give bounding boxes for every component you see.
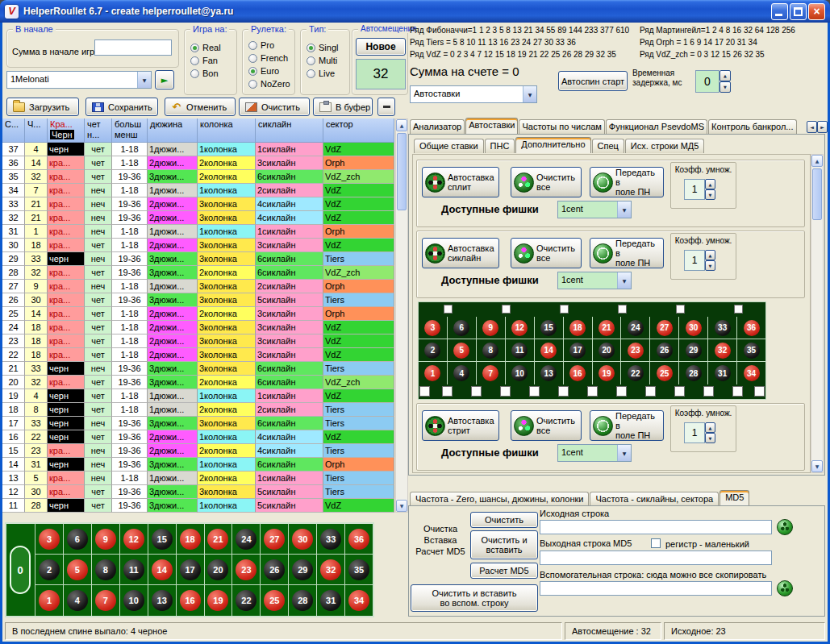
board-cell-7[interactable]: 7 — [92, 585, 120, 616]
tab-Общие ставки[interactable]: Общие ставки — [414, 139, 484, 153]
spin-up-icon[interactable]: ▲ — [705, 250, 715, 260]
bet-checkbox-top-5[interactable] — [734, 305, 743, 314]
history-row[interactable]: 2133черннеч19-363дюжи...3колонка6сиклайн… — [2, 362, 395, 376]
start-sum-input[interactable] — [94, 39, 172, 56]
history-row[interactable]: 2218кра...чет1-182дюжи...3колонка3сиклай… — [2, 348, 395, 362]
board-cell-1[interactable]: 1 — [35, 585, 64, 616]
board-cell-7[interactable]: 7 — [477, 362, 506, 384]
md5-clear-insert-button[interactable]: Очистить и вставить — [470, 530, 538, 559]
board-cell-12[interactable]: 12 — [120, 524, 148, 555]
clear-button[interactable]: Очистить — [239, 98, 310, 116]
bet-checkbox-bottom-9[interactable] — [674, 386, 685, 397]
close-button[interactable]: × — [808, 3, 825, 20]
board-cell-25[interactable]: 25 — [650, 362, 679, 384]
radio-option-Multi[interactable]: Multi — [302, 54, 348, 67]
board-cell-5[interactable]: 5 — [448, 339, 477, 362]
board-cell-36[interactable]: 36 — [345, 524, 373, 555]
board-cell-21[interactable]: 21 — [593, 317, 622, 339]
column-header-8[interactable]: сектор — [323, 118, 394, 143]
column-header-1[interactable]: Ч... — [25, 118, 48, 143]
spin-down-icon[interactable]: ▼ — [705, 260, 715, 271]
board-cell-6[interactable]: 6 — [448, 317, 477, 339]
board-cell-19[interactable]: 19 — [205, 585, 233, 616]
bet-checkbox-bottom-2[interactable] — [471, 386, 482, 397]
column-header-3[interactable]: четн... — [85, 118, 112, 143]
maximize-button[interactable] — [790, 3, 807, 20]
autobet-street-button[interactable]: Автоставка стрит — [422, 410, 499, 441]
tab-Контроль банкрол...[interactable]: Контроль банкрол... — [708, 119, 796, 134]
minimize-button[interactable] — [771, 3, 788, 20]
board-cell-27[interactable]: 27 — [261, 524, 289, 555]
bet-checkbox-bottom-6[interactable] — [587, 386, 598, 397]
buffer-button[interactable]: В буфер — [313, 98, 373, 116]
clear-all-button[interactable]: Очистить все — [511, 238, 582, 268]
clear-all-button[interactable]: Очистить все — [511, 167, 582, 197]
history-row[interactable]: 3614кра...чет1-182дюжи...2колонка3сиклай… — [2, 156, 395, 170]
board-cell-6[interactable]: 6 — [64, 524, 92, 555]
title-bar[interactable]: V HelperRoullet 6.7 - create helperroull… — [0, 0, 830, 23]
board-cell-33[interactable]: 33 — [708, 317, 737, 339]
system-combo[interactable]: 1Melonati ▼ — [6, 71, 152, 89]
scroll-down-icon[interactable]: ▼ — [811, 460, 823, 472]
scroll-down-icon[interactable]: ▼ — [396, 500, 407, 512]
board-cell-29[interactable]: 29 — [679, 339, 708, 362]
board-cell-16[interactable]: 16 — [564, 362, 593, 384]
board-cell-30[interactable]: 30 — [679, 317, 708, 339]
history-row[interactable]: 1128чернчет19-363дюжи...1колонка5сиклайн… — [2, 499, 395, 513]
bet-checkbox-bottom-12[interactable] — [754, 386, 765, 397]
bet-checkbox-bottom-7[interactable] — [616, 386, 627, 397]
column-header-4[interactable]: большменш — [112, 118, 148, 143]
column-header-0[interactable]: С... — [2, 118, 25, 143]
scroll-up-icon[interactable]: ▲ — [811, 155, 823, 167]
board-cell-28[interactable]: 28 — [679, 362, 708, 384]
history-row[interactable]: 1733черннеч19-363дюжи...3колонка6сиклайн… — [2, 417, 395, 430]
column-header-2[interactable]: Кра...Черн — [48, 118, 85, 143]
tab-Исх. строки МД5[interactable]: Исх. строки МД5 — [625, 139, 705, 153]
board-cell-25[interactable]: 25 — [261, 585, 289, 616]
md5-source-sphere-icon[interactable] — [777, 519, 793, 535]
radio-option-Fan[interactable]: Fan — [186, 54, 235, 67]
board-cell-11[interactable]: 11 — [120, 555, 148, 585]
bet-checkbox-top-4[interactable] — [676, 305, 685, 314]
board-cell-31[interactable]: 31 — [317, 585, 345, 616]
load-button[interactable]: Загрузить — [6, 98, 79, 116]
bet-checkbox-bottom-4[interactable] — [529, 386, 540, 397]
history-row[interactable]: 2514кра...чет1-182дюжи...2колонка3сиклай… — [2, 307, 395, 321]
board-cell-15[interactable]: 15 — [148, 524, 177, 555]
md5-calc-button[interactable]: Расчет MD5 — [470, 563, 538, 579]
register-checkbox[interactable] — [651, 538, 661, 548]
board-cell-19[interactable]: 19 — [593, 362, 622, 384]
board-cell-12[interactable]: 12 — [506, 317, 535, 339]
history-row[interactable]: 2630кра...чет19-363дюжи...3колонка5сикла… — [2, 293, 395, 307]
tab-Анализатор[interactable]: Анализатор — [410, 119, 465, 134]
column-header-5[interactable]: дюжина — [148, 118, 198, 143]
chips-combo[interactable]: 1cent▼ — [557, 444, 632, 462]
radio-option-Real[interactable]: Real — [186, 41, 235, 54]
board-cell-32[interactable]: 32 — [317, 555, 345, 585]
board-cell-3[interactable]: 3 — [35, 524, 64, 555]
history-row[interactable]: 279кра...неч1-181дюжи...3колонка2сиклайн… — [2, 280, 395, 293]
md5-clear-button[interactable]: Очистить — [470, 512, 538, 528]
history-row[interactable]: 3532кра...чет19-363дюжи...2колонка6сикла… — [2, 170, 395, 184]
board-cell-24[interactable]: 24 — [232, 524, 261, 555]
board-cell-23[interactable]: 23 — [232, 555, 261, 585]
board-cell-14[interactable]: 14 — [535, 339, 564, 362]
spin-up-icon[interactable]: ▲ — [719, 70, 731, 81]
board-cell-5[interactable]: 5 — [64, 555, 92, 585]
source-string-input[interactable] — [540, 520, 772, 534]
history-row[interactable]: 2318кра...чет1-182дюжи...3колонка3сиклай… — [2, 334, 395, 348]
board-cell-29[interactable]: 29 — [289, 555, 317, 585]
dropdown-arrow-icon[interactable]: ▼ — [137, 72, 151, 88]
history-row[interactable]: 135кра...неч1-181дюжи...2колонка1сиклайн… — [2, 472, 395, 485]
board-cell-34[interactable]: 34 — [737, 362, 765, 384]
board-cell-26[interactable]: 26 — [650, 339, 679, 362]
history-row[interactable]: 3221кра...неч19-362дюжи...3колонка4сикла… — [2, 211, 395, 225]
bet-checkbox-bottom-1[interactable] — [442, 386, 453, 397]
radio-option-Euro[interactable]: Euro — [244, 64, 293, 77]
board-cell-23[interactable]: 23 — [621, 339, 650, 362]
history-row[interactable]: 1523кра...неч19-362дюжи...2колонка4сикла… — [2, 444, 395, 458]
board-cell-20[interactable]: 20 — [205, 555, 233, 585]
board-cell-17[interactable]: 17 — [177, 555, 205, 585]
tab-Частоты по числам[interactable]: Частоты по числам — [519, 119, 604, 134]
board-cell-9[interactable]: 9 — [92, 524, 120, 555]
